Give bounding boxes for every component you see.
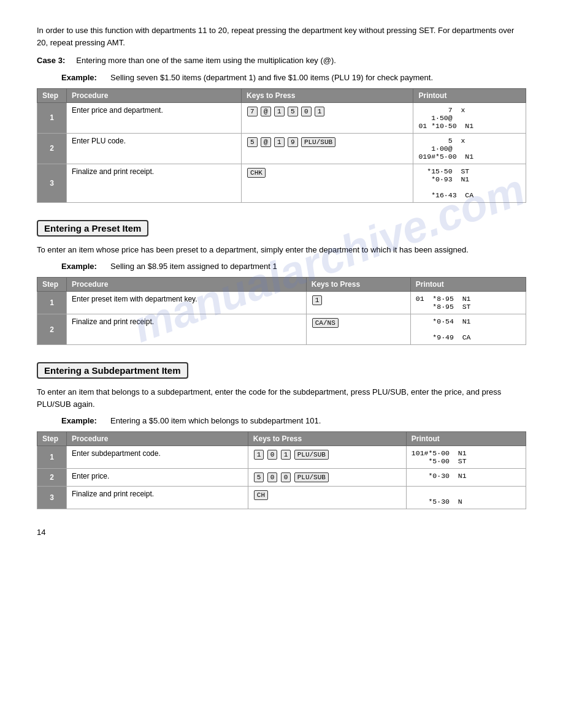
preset-example-text: Selling an $8.95 item assigned to depart… [110, 262, 526, 271]
procedure-cell: Enter subdepartment code. [67, 446, 248, 469]
key-1b: 1 [281, 450, 291, 460]
key-0a: 0 [267, 472, 278, 482]
keys-cell: 1 0 1 PLU/SUB [248, 446, 406, 469]
procedure-cell: Finalize and print receipt. [67, 314, 307, 345]
step-cell: 2 [37, 133, 67, 164]
page-number: 14 [37, 528, 526, 537]
key-1: 1 [312, 295, 323, 305]
step-cell: 3 [37, 487, 67, 509]
intro-text: In order to use this function with depar… [37, 25, 526, 48]
subdept-header-step: Step [37, 432, 67, 446]
subdept-example-label: Example: [61, 416, 110, 425]
table-row: 2 Finalize and print receipt. CA/NS *0·5… [37, 314, 526, 345]
key-dept1: 1 [315, 107, 325, 116]
keys-cell: CH [248, 487, 406, 509]
table1-header-printout: Printout [413, 88, 526, 102]
key-1: 1 [274, 107, 285, 116]
case3-label: Case 3: [37, 56, 65, 65]
key-plusub2: PLU/SUB [294, 472, 329, 482]
subdept-example-text: Entering a $5.00 item which belongs to s… [110, 416, 526, 425]
procedure-cell: Finalize and print receipt. [67, 487, 248, 509]
key-plusub: PLU/SUB [301, 137, 335, 147]
printout-cell: 7 x 1·50@ 01 *10·50 N1 [413, 102, 526, 133]
keys-cell: 7 @ 1 5 0 1 [242, 102, 413, 133]
subdept-header-keys: Keys to Press [248, 432, 406, 446]
step-cell: 1 [37, 292, 67, 314]
key-chk: CHK [247, 168, 266, 178]
table-row: 3 Finalize and print receipt. CHK *15·50… [37, 164, 526, 202]
preset-header-procedure: Procedure [67, 278, 307, 292]
table-row: 1 Enter preset item with department key.… [37, 292, 526, 314]
table-row: 1 Enter price and department. 7 @ 1 5 0 … [37, 102, 526, 133]
preset-table: Step Procedure Keys to Press Printout 1 … [37, 277, 526, 345]
preset-example-block: Example: Selling an $8.95 item assigned … [37, 262, 526, 271]
example1-label: Example: [61, 73, 110, 82]
printout-cell: 101#*5·00 N1 *5·00 ST [406, 446, 526, 469]
key-0b: 0 [281, 472, 291, 482]
preset-example-label: Example: [61, 262, 110, 271]
keys-cell: CHK [242, 164, 413, 202]
case3-line: Case 3: Entering more than one of the sa… [37, 55, 526, 67]
section-subdept: Entering a Subdepartment Item To enter a… [37, 356, 526, 509]
preset-header-printout: Printout [410, 278, 526, 292]
subdept-example-block: Example: Entering a $5.00 item which bel… [37, 416, 526, 425]
key-1: 1 [254, 450, 264, 460]
table-row: 1 Enter subdepartment code. 1 0 1 PLU/SU… [37, 446, 526, 469]
subdept-header-procedure: Procedure [67, 432, 248, 446]
keys-cell: 1 [306, 292, 410, 314]
keys-cell: CA/NS [306, 314, 410, 345]
table-row: 2 Enter PLU code. 5 @ 1 9 PLU/SUB 5 x 1·… [37, 133, 526, 164]
step-cell: 3 [37, 164, 67, 202]
subdept-section-heading: Entering a Subdepartment Item [37, 362, 188, 379]
step-cell: 2 [37, 314, 67, 345]
key-plusub: PLU/SUB [294, 450, 329, 460]
key-0: 0 [267, 450, 278, 460]
step-cell: 1 [37, 102, 67, 133]
subdept-description: To enter an item that belongs to a subde… [37, 386, 526, 410]
procedure-cell: Finalize and print receipt. [67, 164, 242, 202]
table1: Step Procedure Keys to Press Printout 1 … [37, 88, 526, 203]
key-5: 5 [254, 472, 264, 482]
key-5: 5 [247, 137, 258, 147]
section-preset: Entering a Preset Item To enter an item … [37, 214, 526, 346]
printout-cell: *15·50 ST *0·93 N1 *16·43 CA [413, 164, 526, 202]
step-cell: 2 [37, 469, 67, 487]
key-0: 0 [301, 107, 312, 116]
procedure-cell: Enter preset item with department key. [67, 292, 307, 314]
procedure-cell: Enter price. [67, 469, 248, 487]
procedure-cell: Enter PLU code. [67, 133, 242, 164]
printout-cell: 5 x 1·00@ 019#*5·00 N1 [413, 133, 526, 164]
subdept-table: Step Procedure Keys to Press Printout 1 … [37, 431, 526, 509]
printout-cell: 01 *8·95 N1 *8·95 ST [410, 292, 526, 314]
keys-cell: 5 0 0 PLU/SUB [248, 469, 406, 487]
preset-header-step: Step [37, 278, 67, 292]
step-cell: 1 [37, 446, 67, 469]
case3-text: Entering more than one of the same item … [76, 56, 336, 65]
key-cans: CA/NS [312, 318, 339, 328]
subdept-header-printout: Printout [406, 432, 526, 446]
preset-header-keys: Keys to Press [306, 278, 410, 292]
table-row: 2 Enter price. 5 0 0 PLU/SUB *0·30 N1 [37, 469, 526, 487]
key-at: @ [261, 137, 271, 147]
key-1: 1 [274, 137, 285, 147]
example1-block: Example: Selling seven $1.50 items (depa… [37, 73, 526, 82]
printout-cell: *0·54 N1 *9·49 CA [410, 314, 526, 345]
procedure-cell: Enter price and department. [67, 102, 242, 133]
printout-cell: *5·30 N [406, 487, 526, 509]
key-ch: CH [254, 490, 268, 500]
key-7: 7 [247, 107, 258, 116]
preset-section-heading: Entering a Preset Item [37, 220, 148, 237]
table1-header-keys: Keys to Press [242, 88, 413, 102]
key-at: @ [261, 107, 271, 116]
table-row: 3 Finalize and print receipt. CH *5·30 N [37, 487, 526, 509]
preset-description: To enter an item whose price has been pr… [37, 244, 526, 256]
keys-cell: 5 @ 1 9 PLU/SUB [242, 133, 413, 164]
key-9: 9 [288, 137, 298, 147]
table1-header-step: Step [37, 88, 67, 102]
key-5: 5 [288, 107, 298, 116]
example1-text: Selling seven $1.50 items (department 1)… [110, 73, 526, 82]
printout-cell: *0·30 N1 [406, 469, 526, 487]
table1-header-procedure: Procedure [67, 88, 242, 102]
